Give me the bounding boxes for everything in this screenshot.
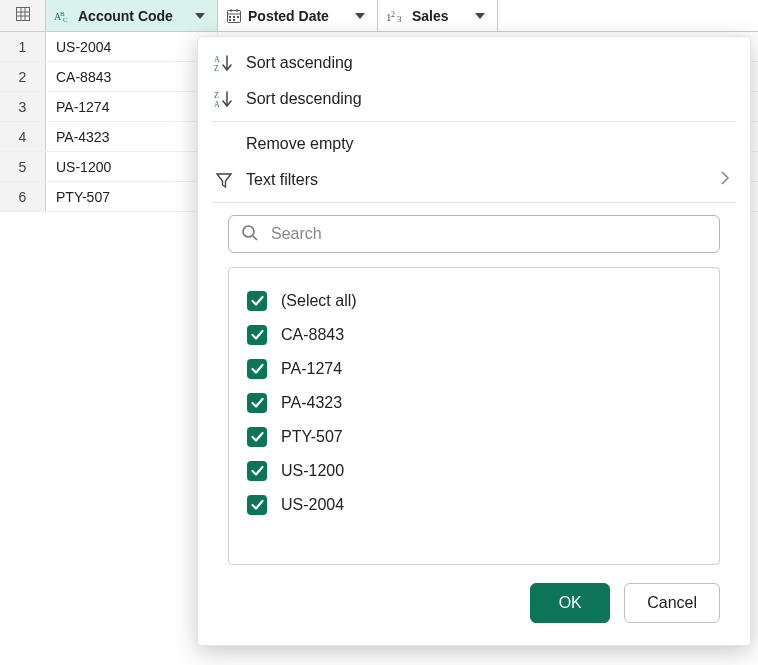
svg-text:C: C (63, 16, 68, 24)
sort-descending-item[interactable]: ZA Sort descending (198, 81, 750, 117)
checkbox-checked-icon[interactable] (247, 325, 267, 345)
number-type-icon: 123 (386, 9, 406, 23)
sort-ascending-item[interactable]: AZ Sort ascending (198, 45, 750, 81)
text-filters-item[interactable]: Text filters (198, 162, 750, 198)
dialog-buttons: OK Cancel (198, 565, 750, 645)
chevron-right-icon (721, 171, 730, 189)
sort-ascending-icon: AZ (212, 54, 236, 72)
filter-value-item[interactable]: PA-1274 (245, 352, 703, 386)
svg-line-27 (253, 236, 257, 240)
remove-empty-item[interactable]: Remove empty (198, 126, 750, 162)
column-header-sales[interactable]: 123 Sales (378, 0, 498, 31)
row-number[interactable]: 3 (0, 92, 46, 121)
filter-value-label: PA-4323 (281, 394, 342, 412)
menu-separator (212, 202, 736, 203)
menu-separator (212, 121, 736, 122)
row-number[interactable]: 1 (0, 32, 46, 61)
filter-values-list: (Select all)CA-8843PA-1274PA-4323PTY-507… (228, 267, 720, 565)
svg-rect-14 (237, 16, 239, 18)
checkbox-checked-icon[interactable] (247, 495, 267, 515)
checkbox-checked-icon[interactable] (247, 427, 267, 447)
menu-label: Sort descending (246, 90, 730, 108)
filter-search-box[interactable] (228, 215, 720, 253)
filter-value-label: (Select all) (281, 292, 357, 310)
date-type-icon (226, 8, 242, 24)
filter-value-item[interactable]: CA-8843 (245, 318, 703, 352)
ok-button[interactable]: OK (530, 583, 610, 623)
cell-account-code[interactable]: CA-8843 (46, 62, 218, 91)
table-icon (15, 6, 31, 25)
cancel-button[interactable]: Cancel (624, 583, 720, 623)
select-all-corner[interactable] (0, 0, 46, 31)
filter-value-label: CA-8843 (281, 326, 344, 344)
grid-header: ABC Account Code Posted Date 123 Sales (0, 0, 758, 32)
filter-value-item[interactable]: (Select all) (245, 284, 703, 318)
filter-value-item[interactable]: US-2004 (245, 488, 703, 522)
search-icon (241, 224, 259, 245)
cell-account-code[interactable]: PA-4323 (46, 122, 218, 151)
row-number[interactable]: 5 (0, 152, 46, 181)
menu-label: Sort ascending (246, 54, 730, 72)
filter-value-item[interactable]: US-1200 (245, 454, 703, 488)
svg-text:2: 2 (391, 10, 395, 19)
column-filter-button[interactable] (189, 5, 211, 27)
column-filter-popup: AZ Sort ascending ZA Sort descending Rem… (197, 36, 751, 646)
filter-value-item[interactable]: PTY-507 (245, 420, 703, 454)
filter-value-label: US-2004 (281, 496, 344, 514)
search-input[interactable] (269, 224, 707, 244)
sort-descending-icon: ZA (212, 90, 236, 108)
column-header-account-code[interactable]: ABC Account Code (46, 0, 218, 31)
filter-value-item[interactable]: PA-4323 (245, 386, 703, 420)
svg-rect-0 (16, 8, 29, 21)
menu-label: Text filters (246, 171, 721, 189)
svg-rect-12 (229, 16, 231, 18)
column-label: Posted Date (248, 8, 345, 24)
cell-account-code[interactable]: US-2004 (46, 32, 218, 61)
svg-text:A: A (214, 55, 220, 64)
checkbox-checked-icon[interactable] (247, 393, 267, 413)
svg-point-26 (243, 226, 254, 237)
column-label: Sales (412, 8, 465, 24)
row-number[interactable]: 6 (0, 182, 46, 211)
cell-account-code[interactable]: PTY-507 (46, 182, 218, 211)
filter-value-label: US-1200 (281, 462, 344, 480)
svg-rect-16 (233, 19, 235, 21)
checkbox-checked-icon[interactable] (247, 291, 267, 311)
svg-text:A: A (214, 100, 220, 108)
column-header-posted-date[interactable]: Posted Date (218, 0, 378, 31)
filter-icon (212, 171, 236, 189)
cell-account-code[interactable]: US-1200 (46, 152, 218, 181)
column-filter-button[interactable] (349, 5, 371, 27)
svg-rect-13 (233, 16, 235, 18)
filter-value-label: PA-1274 (281, 360, 342, 378)
svg-text:Z: Z (214, 91, 219, 100)
menu-label: Remove empty (246, 135, 730, 153)
checkbox-checked-icon[interactable] (247, 461, 267, 481)
svg-rect-15 (229, 19, 231, 21)
cell-account-code[interactable]: PA-1274 (46, 92, 218, 121)
row-number[interactable]: 2 (0, 62, 46, 91)
column-filter-button[interactable] (469, 5, 491, 27)
checkbox-checked-icon[interactable] (247, 359, 267, 379)
svg-text:3: 3 (397, 14, 402, 23)
filter-value-label: PTY-507 (281, 428, 343, 446)
svg-text:Z: Z (214, 64, 219, 72)
row-number[interactable]: 4 (0, 122, 46, 151)
column-label: Account Code (78, 8, 185, 24)
text-type-icon: ABC (54, 8, 72, 24)
